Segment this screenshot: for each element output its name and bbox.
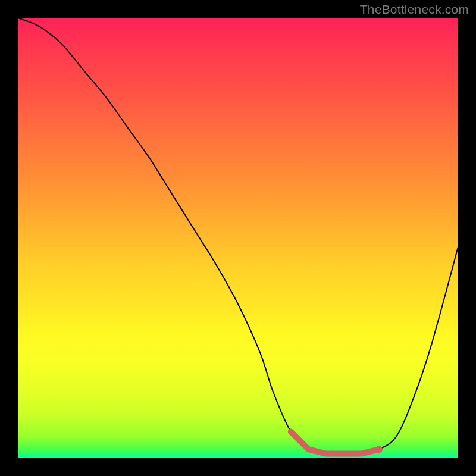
- watermark-text: TheBottleneck.com: [360, 2, 469, 17]
- optimal-range-marker: [291, 432, 379, 454]
- optimal-range-end-dot: [375, 446, 383, 453]
- chart-plot-area: [18, 18, 458, 458]
- bottleneck-curve-line: [18, 18, 458, 454]
- chart-svg: [18, 18, 458, 458]
